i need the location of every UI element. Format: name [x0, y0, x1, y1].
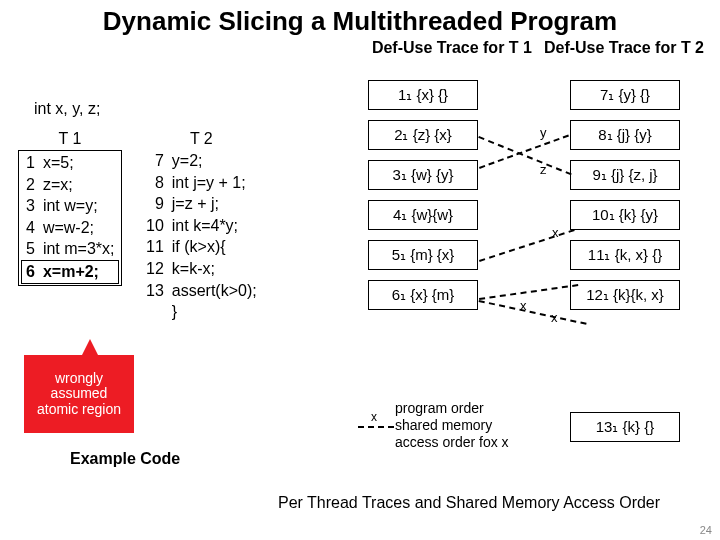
connector-label-x1: x [552, 225, 559, 240]
bottom-caption: Per Thread Traces and Shared Memory Acce… [278, 494, 660, 512]
connector-label-z: z [540, 162, 547, 177]
subhead-t2: Def-Use Trace for T 2 [544, 39, 704, 57]
t2-line: 8int j=y + 1; [142, 172, 261, 194]
legend-line1: program order [395, 400, 509, 417]
t1-line: 3int w=y; [22, 195, 119, 217]
var-declaration: int x, y, z; [34, 100, 100, 118]
slide-title: Dynamic Slicing a Multithreaded Program [0, 0, 720, 39]
speech-text: wrongly assumed atomic region [30, 371, 128, 417]
legend-var: x [371, 410, 377, 424]
t1-line: 2z=x; [22, 174, 119, 196]
trace-t2-column: 7₁ {y} {} 8₁ {j} {y} 9₁ {j} {z, j} 10₁ {… [570, 80, 680, 310]
slide-number: 24 [700, 524, 712, 536]
trace-box: 4₁ {w}{w} [368, 200, 478, 230]
t2-line: } [142, 301, 261, 323]
thread-2: T 2 7y=2; 8int j=y + 1; 9j=z + j; 10int … [142, 130, 261, 323]
t1-line: 1x=5; [22, 152, 119, 174]
connector-label-y: y [540, 125, 547, 140]
subheading-row: Def-Use Trace for T 1 Def-Use Trace for … [0, 39, 720, 57]
t2-line: 12 k=k-x; [142, 258, 261, 280]
t2-line: 9j=z + j; [142, 193, 261, 215]
connector-y [479, 135, 569, 169]
connector-x2 [479, 284, 578, 300]
t1-line: 4w=w-2; [22, 217, 119, 239]
trace-box: 7₁ {y} {} [570, 80, 680, 110]
t1-code: 1x=5; 2z=x; 3int w=y; 4w=w-2; 5int m=3*x… [21, 152, 119, 284]
trace-t1-column: 1₁ {x} {} 2₁ {z} {x} 3₁ {w} {y} 4₁ {w}{w… [368, 80, 478, 310]
thread-1: T 1 1x=5; 2z=x; 3int w=y; 4w=w-2; 5int m… [18, 130, 122, 323]
t2-line: 7y=2; [142, 150, 261, 172]
t2-line: 11if (k>x){ [142, 236, 261, 258]
trace-box: 12₁ {k}{k, x} [570, 280, 680, 310]
trace-box: 5₁ {m} {x} [368, 240, 478, 270]
connector-label-x3: x [551, 310, 558, 325]
trace-box: 11₁ {k, x} {} [570, 240, 680, 270]
legend-text: program order shared memory access order… [395, 400, 509, 450]
legend-dashed-line [358, 426, 394, 428]
example-code-label: Example Code [70, 450, 180, 468]
trace-box: 8₁ {j} {y} [570, 120, 680, 150]
connector-z [478, 136, 571, 175]
trace-box: 2₁ {z} {x} [368, 120, 478, 150]
connector-x1 [479, 229, 575, 262]
trace-box: 3₁ {w} {y} [368, 160, 478, 190]
trace-box: 10₁ {k} {y} [570, 200, 680, 230]
trace-box: 1₁ {x} {} [368, 80, 478, 110]
t2-line: 13 assert(k>0); [142, 280, 261, 302]
speech-bubble: wrongly assumed atomic region [24, 355, 134, 433]
legend-line3: access order fox x [395, 434, 509, 451]
trace-box: 6₁ {x} {m} [368, 280, 478, 310]
legend-line2: shared memory [395, 417, 509, 434]
t2-title: T 2 [142, 130, 261, 150]
t1-line: 5int m=3*x; [22, 238, 119, 260]
t1-line-highlight: 6x=m+2; [22, 260, 119, 283]
subhead-t1: Def-Use Trace for T 1 [372, 39, 532, 57]
code-area: T 1 1x=5; 2z=x; 3int w=y; 4w=w-2; 5int m… [18, 130, 261, 323]
trace-box: 9₁ {j} {z, j} [570, 160, 680, 190]
t2-code: 7y=2; 8int j=y + 1; 9j=z + j; 10int k=4*… [142, 150, 261, 323]
t1-title: T 1 [18, 130, 122, 150]
trace-box: 13₁ {k} {} [570, 412, 680, 442]
t2-line: 10int k=4*y; [142, 215, 261, 237]
